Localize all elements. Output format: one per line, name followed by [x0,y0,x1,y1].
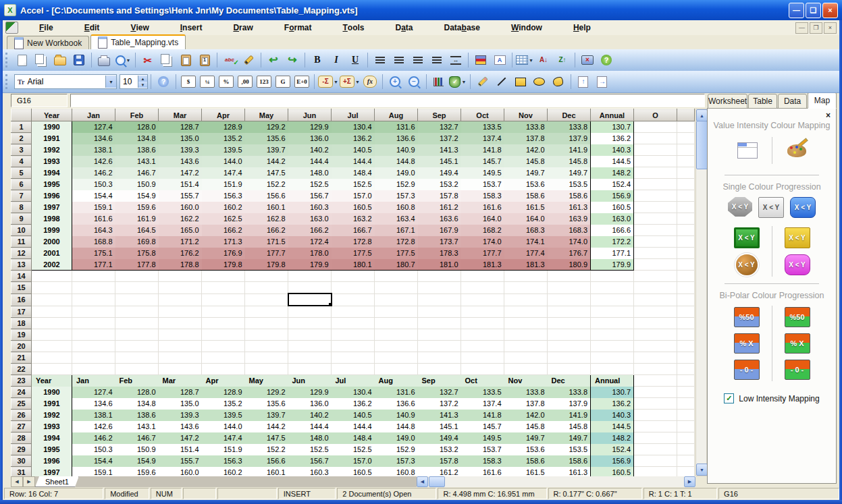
cell[interactable]: 149.7 [504,167,548,179]
bold-button[interactable]: B [308,51,327,69]
cell[interactable]: 130.7 [591,121,634,133]
cell[interactable] [548,364,591,375]
cell[interactable]: 128.9 [202,121,245,133]
cell[interactable] [202,282,245,294]
cell[interactable]: 174.0 [548,236,591,248]
column-header[interactable]: Dec [548,109,591,121]
cell[interactable] [332,341,375,352]
sheet-next-icon[interactable]: ▶ [23,476,35,487]
cell[interactable]: 135.6 [245,133,288,144]
cell[interactable]: 149.4 [418,167,461,179]
cell[interactable]: 141.9 [548,144,591,156]
cell[interactable] [504,318,548,329]
cell[interactable]: 137.4 [461,133,504,144]
mdi-minimize-button[interactable]: — [795,22,808,34]
font-size-input[interactable]: 10▲▼ [120,74,148,89]
dropdown-arrow-icon[interactable]: ▼ [334,80,338,84]
cell[interactable]: 156.6 [245,190,288,202]
duplicate-document-icon[interactable] [32,51,51,69]
cell[interactable] [418,364,461,375]
cell[interactable]: 144.0 [202,421,245,432]
cell[interactable] [634,190,677,202]
cell[interactable]: 144.5 [591,421,634,432]
cell[interactable] [202,306,245,318]
cell[interactable]: 157.3 [375,190,418,202]
cell[interactable] [72,364,115,375]
formula-input[interactable] [70,94,705,107]
cell[interactable] [202,271,245,282]
cell[interactable] [72,271,115,282]
cell[interactable]: 148.4 [332,432,375,444]
cell[interactable]: 158.6 [504,455,548,467]
cell[interactable] [591,364,634,375]
cell[interactable] [332,306,375,318]
cell[interactable]: 140.9 [375,410,418,421]
row-header[interactable]: 30 [11,455,32,467]
cell[interactable]: 133.8 [504,387,548,398]
cell[interactable]: 153.5 [548,179,591,190]
bipolar-pctx-blue-button[interactable]: % X [734,333,760,354]
cell[interactable]: 146.7 [115,167,159,179]
cell[interactable] [461,282,504,294]
cell[interactable]: 179.9 [288,259,332,271]
cell[interactable] [32,271,72,282]
cell[interactable]: 152.5 [332,444,375,455]
cell[interactable]: 155.7 [159,455,202,467]
cell[interactable]: 128.7 [159,387,202,398]
cell[interactable]: 176.7 [548,248,591,259]
cell[interactable] [115,364,159,375]
cell[interactable]: 163.0 [591,213,634,225]
cell[interactable]: 149.5 [461,432,504,444]
cell[interactable]: 143.1 [115,421,159,432]
cell[interactable]: 135.2 [202,398,245,410]
cell[interactable]: 128.9 [202,387,245,398]
chart-icon[interactable] [429,73,448,90]
cell[interactable]: 134.6 [72,398,115,410]
dropdown-arrow-icon[interactable]: ▼ [461,80,466,84]
cell[interactable]: 158.3 [461,190,504,202]
cell[interactable] [548,352,591,364]
cell[interactable] [461,364,504,375]
merge-cells-icon[interactable]: ↔ [446,51,465,69]
row-header[interactable]: 9 [11,213,32,225]
cell[interactable]: 140.3 [591,410,634,421]
cell[interactable]: 156.9 [591,190,634,202]
cell[interactable] [288,352,332,364]
column-header[interactable]: Year [32,109,72,121]
cell[interactable]: 172.2 [591,236,634,248]
cell[interactable]: 142.6 [72,421,115,432]
cell[interactable]: 144.4 [332,156,375,167]
cell[interactable] [677,375,695,387]
menu-insert[interactable]: Insert [165,20,218,35]
cell[interactable]: 163.4 [375,213,418,225]
cell[interactable] [677,432,695,444]
cell[interactable] [245,352,288,364]
cell[interactable] [634,421,677,432]
cell[interactable]: 154.4 [72,455,115,467]
cell[interactable]: 151.9 [202,179,245,190]
cell[interactable]: 144.8 [375,156,418,167]
cell-style-icon[interactable]: A [490,51,509,69]
cell[interactable]: 150.9 [115,179,159,190]
cell[interactable] [591,293,634,306]
row-header[interactable]: 13 [11,259,32,271]
cell[interactable]: 140.5 [332,144,375,156]
cell[interactable] [634,259,677,271]
cell[interactable]: 156.7 [288,455,332,467]
cell[interactable]: 137.8 [504,398,548,410]
cell[interactable]: Jun [288,375,332,387]
cell[interactable] [159,271,202,282]
cell[interactable]: 177.5 [375,248,418,259]
cell[interactable]: 159.1 [72,202,115,213]
cell[interactable]: 136.2 [332,133,375,144]
cell[interactable]: Jan [72,375,115,387]
panel-close-icon[interactable]: × [826,111,831,119]
cell[interactable] [634,167,677,179]
cell[interactable]: 137.9 [548,133,591,144]
cell[interactable] [332,318,375,329]
cell[interactable]: 1995 [32,179,72,190]
cell[interactable] [634,156,677,167]
cell[interactable]: 166.2 [245,225,288,236]
cell[interactable] [288,306,332,318]
cell[interactable] [461,318,504,329]
